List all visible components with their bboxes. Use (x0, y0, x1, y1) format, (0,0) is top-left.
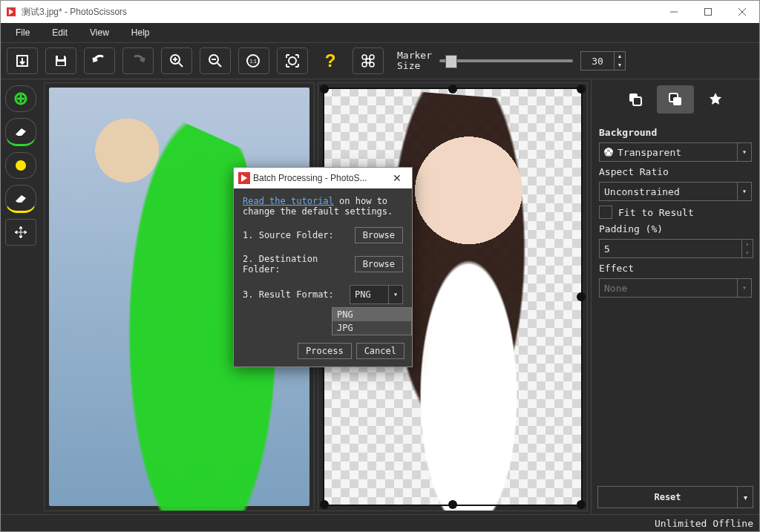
spin-up-icon[interactable]: ▴ (742, 240, 753, 249)
open-button[interactable] (7, 47, 38, 74)
format-dropdown-list: PNG JPG (332, 307, 412, 335)
dialog-titlebar[interactable]: Batch Processing - PhotoS... ✕ (234, 168, 412, 188)
browse-destination-button[interactable]: Browse (355, 256, 403, 272)
padding-spinner[interactable]: ▴▾ (599, 239, 753, 258)
dialog-intro-text: Read the tutorial on how to change the d… (243, 196, 403, 217)
minimize-button[interactable] (657, 1, 691, 23)
undo-button[interactable] (84, 47, 115, 74)
svg-rect-0 (705, 9, 712, 16)
background-select[interactable]: Transparent ▾ (599, 142, 752, 162)
background-marker-button[interactable] (5, 152, 36, 179)
effect-select[interactable]: None ▾ (599, 278, 752, 298)
top-toolbar: 1:1 ? Marker Size ▴▾ (1, 42, 759, 79)
menu-edit[interactable]: Edit (42, 24, 78, 41)
marker-size-slider[interactable] (439, 59, 573, 62)
spin-down-icon[interactable]: ▾ (615, 61, 625, 70)
svg-rect-19 (673, 97, 681, 105)
save-button[interactable] (45, 47, 76, 74)
window-titlebar: 测试3.jpg* - PhotoScissors (1, 1, 759, 23)
tutorial-link[interactable]: Read the tutorial (243, 196, 334, 206)
status-bar: Unlimited Offline (1, 514, 759, 531)
spin-up-icon[interactable]: ▴ (615, 52, 625, 61)
crop-handle[interactable] (448, 500, 457, 509)
result-format-label: 3. Result Format: (243, 289, 345, 300)
maximize-button[interactable] (691, 1, 725, 23)
chevron-down-icon[interactable]: ▾ (737, 143, 751, 161)
redo-button[interactable] (122, 47, 154, 74)
chevron-down-icon[interactable]: ▾ (388, 286, 402, 303)
aspect-ratio-select[interactable]: Unconstrained ▾ (599, 182, 752, 201)
cancel-button[interactable]: Cancel (356, 343, 404, 359)
svg-point-15 (16, 160, 26, 171)
status-text: Unlimited Offline (655, 518, 753, 529)
move-tool-button[interactable] (5, 219, 36, 246)
chevron-down-icon[interactable]: ▾ (737, 183, 751, 200)
zoom-fit-button[interactable] (277, 47, 308, 74)
svg-rect-3 (57, 62, 65, 65)
close-button[interactable] (725, 1, 759, 23)
effect-label: Effect (599, 263, 752, 274)
help-icon[interactable]: ? (315, 48, 345, 73)
menu-view[interactable]: View (79, 24, 119, 41)
batch-button[interactable] (353, 47, 384, 74)
aspect-ratio-label: Aspect Ratio (599, 166, 752, 177)
crop-handle[interactable] (448, 85, 457, 93)
source-folder-label: 1. Source Folder: (243, 230, 350, 240)
transparent-swatch-icon (604, 148, 613, 157)
svg-rect-2 (58, 56, 64, 59)
format-option-jpg[interactable]: JPG (332, 321, 411, 335)
browse-source-button[interactable]: Browse (355, 227, 403, 243)
zoom-out-button[interactable] (200, 47, 231, 74)
result-format-select[interactable]: PNG ▾ (350, 285, 403, 304)
crop-handle[interactable] (577, 292, 586, 301)
tab-background[interactable] (657, 85, 694, 114)
marker-size-input[interactable] (581, 55, 614, 68)
reset-dropdown[interactable]: ▾ (738, 486, 753, 508)
svg-point-8 (289, 57, 296, 65)
fit-to-result-checkbox[interactable] (599, 206, 612, 219)
dialog-title: Batch Processing - PhotoS... (253, 173, 367, 183)
format-option-png[interactable]: PNG (332, 308, 411, 321)
svg-text:1:1: 1:1 (249, 59, 257, 64)
background-label: Background (599, 127, 752, 138)
foreground-eraser-button[interactable] (5, 118, 36, 146)
destination-folder-label: 2. Destination Folder: (243, 254, 350, 275)
zoom-actual-button[interactable]: 1:1 (238, 47, 269, 74)
crop-handle[interactable] (577, 500, 586, 509)
reset-button[interactable]: Reset (597, 486, 738, 508)
crop-handle[interactable] (320, 85, 329, 93)
menu-file[interactable]: File (5, 24, 40, 41)
spin-down-icon[interactable]: ▾ (742, 249, 753, 257)
right-panel: Background Transparent ▾ Aspect Ratio Un… (591, 79, 759, 514)
tab-effects[interactable] (697, 85, 734, 114)
fit-to-result-label: Fit to Result (618, 207, 694, 218)
padding-label: Padding (%) (599, 223, 752, 234)
tab-foreground[interactable] (617, 85, 654, 114)
svg-rect-17 (633, 97, 641, 105)
dialog-close-button[interactable]: ✕ (387, 172, 407, 184)
crop-handle[interactable] (320, 500, 329, 509)
marker-size-spinner[interactable]: ▴▾ (580, 51, 626, 70)
menu-help[interactable]: Help (121, 24, 160, 41)
window-title: 测试3.jpg* - PhotoScissors (22, 6, 127, 19)
dialog-app-icon (238, 172, 250, 184)
crop-handle[interactable] (577, 85, 586, 93)
background-eraser-button[interactable] (5, 185, 36, 213)
menu-bar: File Edit View Help (1, 23, 759, 42)
left-toolstrip (1, 79, 41, 514)
process-button[interactable]: Process (298, 343, 352, 359)
marker-size-label: Marker Size (397, 50, 432, 72)
foreground-marker-button[interactable] (5, 85, 36, 112)
chevron-down-icon[interactable]: ▾ (737, 279, 751, 297)
app-icon (5, 6, 17, 18)
batch-dialog: Batch Processing - PhotoS... ✕ Read the … (233, 167, 413, 367)
zoom-in-button[interactable] (161, 47, 192, 74)
padding-input[interactable] (600, 243, 741, 255)
